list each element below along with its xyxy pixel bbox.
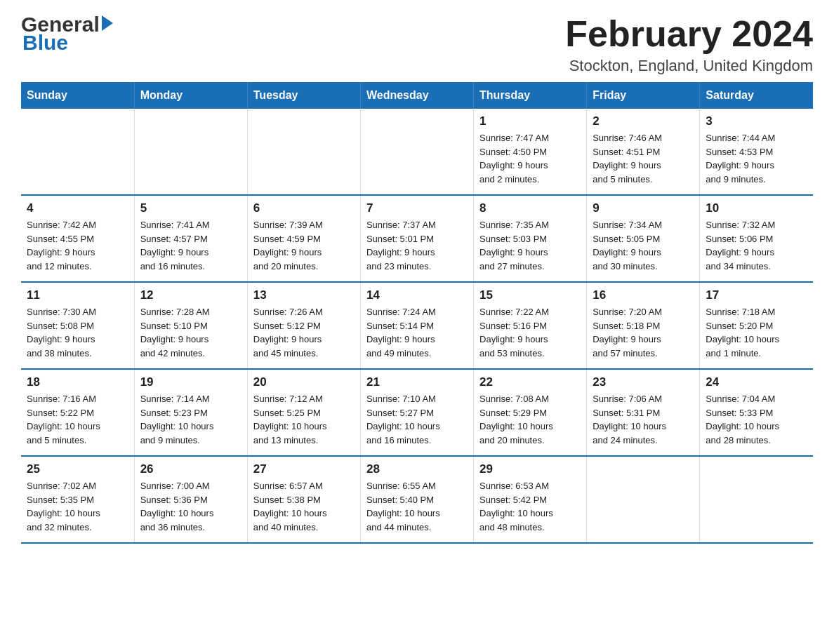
calendar-day-cell: 29Sunrise: 6:53 AMSunset: 5:42 PMDayligh… [474, 456, 587, 543]
calendar-day-cell: 7Sunrise: 7:37 AMSunset: 5:01 PMDaylight… [360, 195, 473, 282]
day-info: Sunrise: 7:34 AMSunset: 5:05 PMDaylight:… [593, 218, 694, 273]
day-number: 14 [366, 288, 468, 302]
day-number: 24 [706, 375, 807, 389]
calendar-day-cell: 24Sunrise: 7:04 AMSunset: 5:33 PMDayligh… [700, 369, 813, 456]
day-number: 23 [593, 375, 694, 389]
calendar-day-cell: 14Sunrise: 7:24 AMSunset: 5:14 PMDayligh… [360, 282, 473, 369]
calendar-day-cell: 28Sunrise: 6:55 AMSunset: 5:40 PMDayligh… [360, 456, 473, 543]
day-info: Sunrise: 7:30 AMSunset: 5:08 PMDaylight:… [27, 305, 128, 360]
calendar-day-cell: 12Sunrise: 7:28 AMSunset: 5:10 PMDayligh… [134, 282, 247, 369]
title-block: February 2024 Stockton, England, United … [565, 14, 813, 75]
page-header: General Blue February 2024 Stockton, Eng… [21, 14, 813, 75]
calendar-day-cell: 2Sunrise: 7:46 AMSunset: 4:51 PMDaylight… [587, 109, 700, 195]
day-info: Sunrise: 7:44 AMSunset: 4:53 PMDaylight:… [706, 131, 807, 186]
day-info: Sunrise: 7:14 AMSunset: 5:23 PMDaylight:… [140, 392, 241, 447]
calendar-day-cell [360, 109, 473, 195]
day-number: 6 [253, 201, 355, 215]
day-info: Sunrise: 7:39 AMSunset: 4:59 PMDaylight:… [253, 218, 355, 273]
calendar-day-cell: 4Sunrise: 7:42 AMSunset: 4:55 PMDaylight… [21, 195, 134, 282]
day-number: 17 [706, 288, 807, 302]
logo-triangle-icon [102, 15, 113, 31]
day-info: Sunrise: 6:57 AMSunset: 5:38 PMDaylight:… [253, 479, 355, 534]
day-info: Sunrise: 7:35 AMSunset: 5:03 PMDaylight:… [479, 218, 581, 273]
day-info: Sunrise: 7:18 AMSunset: 5:20 PMDaylight:… [706, 305, 807, 360]
day-info: Sunrise: 7:37 AMSunset: 5:01 PMDaylight:… [366, 218, 468, 273]
calendar-day-cell: 3Sunrise: 7:44 AMSunset: 4:53 PMDaylight… [700, 109, 813, 195]
calendar-day-cell: 25Sunrise: 7:02 AMSunset: 5:35 PMDayligh… [21, 456, 134, 543]
calendar-day-cell: 10Sunrise: 7:32 AMSunset: 5:06 PMDayligh… [700, 195, 813, 282]
calendar-header-friday: Friday [587, 82, 700, 109]
day-number: 5 [140, 201, 241, 215]
day-info: Sunrise: 7:00 AMSunset: 5:36 PMDaylight:… [140, 479, 241, 534]
day-info: Sunrise: 7:12 AMSunset: 5:25 PMDaylight:… [253, 392, 355, 447]
calendar-day-cell [247, 109, 360, 195]
day-number: 15 [479, 288, 581, 302]
day-number: 3 [706, 114, 807, 128]
calendar-day-cell: 18Sunrise: 7:16 AMSunset: 5:22 PMDayligh… [21, 369, 134, 456]
calendar-week-row: 18Sunrise: 7:16 AMSunset: 5:22 PMDayligh… [21, 369, 813, 456]
day-number: 25 [27, 462, 128, 476]
day-info: Sunrise: 7:32 AMSunset: 5:06 PMDaylight:… [706, 218, 807, 273]
day-number: 26 [140, 462, 241, 476]
calendar-day-cell: 26Sunrise: 7:00 AMSunset: 5:36 PMDayligh… [134, 456, 247, 543]
day-info: Sunrise: 7:24 AMSunset: 5:14 PMDaylight:… [366, 305, 468, 360]
day-number: 27 [253, 462, 355, 476]
day-number: 4 [27, 201, 128, 215]
day-number: 13 [253, 288, 355, 302]
day-number: 9 [593, 201, 694, 215]
day-info: Sunrise: 7:10 AMSunset: 5:27 PMDaylight:… [366, 392, 468, 447]
calendar-day-cell: 8Sunrise: 7:35 AMSunset: 5:03 PMDaylight… [474, 195, 587, 282]
calendar-day-cell: 16Sunrise: 7:20 AMSunset: 5:18 PMDayligh… [587, 282, 700, 369]
day-number: 16 [593, 288, 694, 302]
calendar-day-cell: 13Sunrise: 7:26 AMSunset: 5:12 PMDayligh… [247, 282, 360, 369]
day-info: Sunrise: 7:06 AMSunset: 5:31 PMDaylight:… [593, 392, 694, 447]
day-number: 28 [366, 462, 468, 476]
day-number: 12 [140, 288, 241, 302]
logo-blue-text: Blue [21, 32, 113, 53]
day-info: Sunrise: 7:46 AMSunset: 4:51 PMDaylight:… [593, 131, 694, 186]
day-number: 19 [140, 375, 241, 389]
month-title: February 2024 [565, 14, 813, 54]
calendar-day-cell: 27Sunrise: 6:57 AMSunset: 5:38 PMDayligh… [247, 456, 360, 543]
calendar-week-row: 1Sunrise: 7:47 AMSunset: 4:50 PMDaylight… [21, 109, 813, 195]
day-info: Sunrise: 7:41 AMSunset: 4:57 PMDaylight:… [140, 218, 241, 273]
day-number: 10 [706, 201, 807, 215]
day-info: Sunrise: 6:53 AMSunset: 5:42 PMDaylight:… [479, 479, 581, 534]
day-info: Sunrise: 6:55 AMSunset: 5:40 PMDaylight:… [366, 479, 468, 534]
day-info: Sunrise: 7:02 AMSunset: 5:35 PMDaylight:… [27, 479, 128, 534]
calendar-day-cell: 17Sunrise: 7:18 AMSunset: 5:20 PMDayligh… [700, 282, 813, 369]
calendar-day-cell: 21Sunrise: 7:10 AMSunset: 5:27 PMDayligh… [360, 369, 473, 456]
calendar-header-saturday: Saturday [700, 82, 813, 109]
calendar-day-cell: 9Sunrise: 7:34 AMSunset: 5:05 PMDaylight… [587, 195, 700, 282]
calendar-header-sunday: Sunday [21, 82, 134, 109]
calendar-day-cell: 20Sunrise: 7:12 AMSunset: 5:25 PMDayligh… [247, 369, 360, 456]
calendar-day-cell: 1Sunrise: 7:47 AMSunset: 4:50 PMDaylight… [474, 109, 587, 195]
calendar-day-cell: 22Sunrise: 7:08 AMSunset: 5:29 PMDayligh… [474, 369, 587, 456]
day-number: 8 [479, 201, 581, 215]
day-info: Sunrise: 7:04 AMSunset: 5:33 PMDaylight:… [706, 392, 807, 447]
calendar-header-tuesday: Tuesday [247, 82, 360, 109]
day-number: 7 [366, 201, 468, 215]
calendar-header-wednesday: Wednesday [360, 82, 473, 109]
day-number: 21 [366, 375, 468, 389]
calendar-header-row: SundayMondayTuesdayWednesdayThursdayFrid… [21, 82, 813, 109]
day-info: Sunrise: 7:08 AMSunset: 5:29 PMDaylight:… [479, 392, 581, 447]
location-text: Stockton, England, United Kingdom [565, 57, 813, 75]
day-number: 22 [479, 375, 581, 389]
calendar-day-cell: 19Sunrise: 7:14 AMSunset: 5:23 PMDayligh… [134, 369, 247, 456]
day-number: 18 [27, 375, 128, 389]
day-number: 11 [27, 288, 128, 302]
calendar-day-cell: 5Sunrise: 7:41 AMSunset: 4:57 PMDaylight… [134, 195, 247, 282]
logo: General Blue [21, 14, 113, 53]
day-number: 2 [593, 114, 694, 128]
calendar-day-cell: 23Sunrise: 7:06 AMSunset: 5:31 PMDayligh… [587, 369, 700, 456]
calendar-day-cell: 11Sunrise: 7:30 AMSunset: 5:08 PMDayligh… [21, 282, 134, 369]
calendar-week-row: 4Sunrise: 7:42 AMSunset: 4:55 PMDaylight… [21, 195, 813, 282]
calendar-day-cell [134, 109, 247, 195]
day-info: Sunrise: 7:22 AMSunset: 5:16 PMDaylight:… [479, 305, 581, 360]
day-info: Sunrise: 7:42 AMSunset: 4:55 PMDaylight:… [27, 218, 128, 273]
day-info: Sunrise: 7:47 AMSunset: 4:50 PMDaylight:… [479, 131, 581, 186]
day-info: Sunrise: 7:20 AMSunset: 5:18 PMDaylight:… [593, 305, 694, 360]
day-info: Sunrise: 7:26 AMSunset: 5:12 PMDaylight:… [253, 305, 355, 360]
calendar-table: SundayMondayTuesdayWednesdayThursdayFrid… [21, 82, 813, 544]
